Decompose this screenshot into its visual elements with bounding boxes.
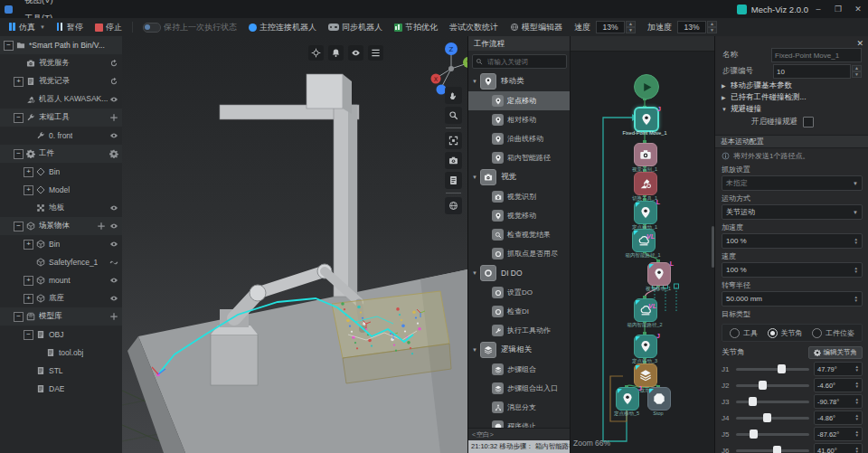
search-input[interactable] [486, 57, 563, 67]
joint-value-input[interactable]: 41.60°▲▼ [814, 443, 863, 453]
joint-slider[interactable] [736, 433, 809, 436]
workflow-item-程序停止[interactable]: 程序停止 [468, 417, 571, 428]
speed-stepper[interactable]: ▲▼ [626, 21, 636, 33]
stepper[interactable]: ▲▼ [855, 365, 859, 373]
display-list-button[interactable] [368, 45, 383, 61]
tree-item[interactable]: +0. front [0, 127, 122, 145]
joint-value-input[interactable]: -4.60°▲▼ [814, 378, 863, 392]
workflow-item-沿曲线移动[interactable]: 沿曲线移动 [468, 129, 571, 148]
motion-type-dropdown[interactable]: 关节运动▼ [722, 204, 863, 220]
section-avoid-collision[interactable]: ▼ 规避碰撞 [715, 103, 868, 115]
stepper[interactable]: ▲▼ [854, 238, 858, 245]
master-connect-button[interactable]: 主控连接机器人 [243, 20, 322, 35]
step-node[interactable]: VL [632, 229, 656, 252]
expand-toggle[interactable]: + [24, 294, 33, 304]
radio-工具[interactable]: 工具 [730, 328, 758, 338]
eye-icon[interactable] [109, 203, 118, 212]
workflow-group-移动类[interactable]: ▼移动类 [468, 71, 571, 91]
radio-关节角[interactable]: 关节角 [768, 328, 803, 338]
edit-joint-angles-button[interactable]: 编辑关节角 [808, 346, 863, 359]
stepper[interactable]: ▲▼ [855, 430, 859, 438]
workflow-search[interactable] [472, 54, 567, 69]
pause-button[interactable]: 暂停 [52, 20, 89, 35]
expand-toggle[interactable]: − [24, 330, 33, 340]
expand-toggle[interactable]: − [14, 113, 24, 123]
stepper[interactable]: ▲▼ [855, 382, 859, 389]
step-node[interactable]: J [634, 107, 659, 132]
speed-input[interactable]: 100 % ▲▼ [722, 262, 863, 278]
joint-value-input[interactable]: -87.62°▲▼ [814, 427, 863, 441]
stop-button[interactable]: 停止 [90, 20, 127, 35]
stepper[interactable]: ▲▼ [855, 447, 859, 453]
attempt-stats-button[interactable]: 尝试次数统计 [444, 20, 504, 35]
close-button[interactable]: ✕ [848, 0, 868, 18]
stepper[interactable]: ▲▼ [854, 296, 858, 303]
slider-thumb[interactable] [778, 364, 786, 373]
joint-slider[interactable] [736, 384, 809, 387]
eye-icon[interactable] [109, 222, 118, 231]
expand-toggle[interactable]: − [14, 222, 24, 231]
workflow-item-检查DI[interactable]: 检查DI [468, 302, 571, 321]
expand-toggle[interactable]: − [4, 41, 14, 51]
tree-item[interactable]: +DAE [0, 380, 122, 398]
home-view-button[interactable] [445, 197, 462, 214]
accel-stepper[interactable]: ▲▼ [707, 21, 717, 33]
slider-thumb[interactable] [759, 381, 767, 390]
workflow-group-DI DO[interactable]: ▼DI DO [468, 263, 571, 283]
slider-thumb[interactable] [763, 413, 771, 422]
plus-icon[interactable] [97, 222, 106, 231]
fit-view-button[interactable] [445, 132, 462, 149]
step-node[interactable]: L [634, 201, 657, 224]
workflow-item-步骤组合出入口[interactable]: 步骤组合出入口 [468, 379, 571, 398]
start-node[interactable] [634, 74, 659, 99]
tree-item[interactable]: +tool.obj [0, 344, 122, 362]
pan-button[interactable] [445, 87, 462, 104]
slider-thumb[interactable] [750, 429, 758, 439]
expand-toggle[interactable]: + [14, 77, 24, 87]
minimize-button[interactable]: – [808, 0, 828, 18]
workflow-item-定点移动[interactable]: 定点移动 [468, 91, 571, 110]
workflow-item-抓取点是否用尽[interactable]: 抓取点是否用尽 [468, 244, 571, 263]
refresh-icon[interactable] [109, 59, 118, 68]
expand-toggle[interactable]: − [14, 149, 24, 159]
slider-thumb[interactable] [749, 397, 757, 406]
workflow-item-消息分支[interactable]: 消息分支 [468, 398, 571, 417]
tree-item[interactable]: −模型库 [0, 307, 122, 326]
workflow-item-执行工具动作[interactable]: 执行工具动作 [468, 321, 571, 340]
accel-input[interactable] [677, 21, 706, 33]
tree-item[interactable]: +Safetyfence_1 [0, 253, 122, 271]
eye-icon[interactable] [109, 131, 118, 140]
expand-toggle[interactable]: + [24, 167, 33, 177]
tree-item[interactable]: +STL [0, 362, 122, 380]
tree-item[interactable]: +mount [0, 271, 122, 289]
workflow-item-步骤组合[interactable]: 步骤组合 [468, 360, 571, 379]
workflow-item-视觉移动[interactable]: 视觉移动 [468, 206, 571, 225]
expand-toggle[interactable]: + [24, 240, 33, 250]
slider-thumb[interactable] [773, 446, 781, 453]
eye-icon[interactable] [109, 294, 118, 303]
expand-toggle[interactable]: + [24, 276, 33, 286]
tree-item[interactable]: +机器人 KAWASAK... [0, 90, 122, 109]
3d-viewport[interactable]: Z X Y [122, 36, 467, 453]
step-node[interactable]: J [616, 387, 639, 411]
step-node[interactable]: VL [634, 298, 657, 322]
workflow-item-设置DO[interactable]: 设置DO [468, 283, 571, 302]
step-node[interactable]: J [634, 335, 657, 358]
plus-icon[interactable] [109, 312, 118, 321]
menu-view[interactable]: 视图(V) [16, 0, 61, 9]
workflow-group-视觉[interactable]: ▼视觉 [468, 167, 571, 187]
keep-last-state-toggle[interactable]: 保持上一次执行状态 [137, 20, 242, 35]
tree-item[interactable]: −场景物体 [0, 217, 122, 235]
checkbox-unchecked[interactable] [803, 117, 814, 127]
joint-value-input[interactable]: -4.86°▲▼ [814, 411, 863, 425]
zoom-button[interactable] [445, 107, 462, 124]
workflow-item-箱内智能路径[interactable]: 箱内智能路径 [468, 148, 571, 167]
tree-item[interactable]: −末端工具 [0, 109, 122, 127]
stepper[interactable]: ▲▼ [855, 414, 859, 421]
workflow-canvas[interactable]: JFixed-Point Move_1视觉识别_1切换工具_1L定点移动_1VL… [570, 36, 715, 453]
tree-item[interactable]: +Bin [0, 163, 122, 181]
workflow-item-视觉识别[interactable]: 视觉识别 [468, 187, 571, 206]
tree-item[interactable]: +视觉记录 [0, 72, 122, 90]
notification-button[interactable] [328, 45, 344, 61]
joint-slider[interactable] [736, 449, 809, 452]
